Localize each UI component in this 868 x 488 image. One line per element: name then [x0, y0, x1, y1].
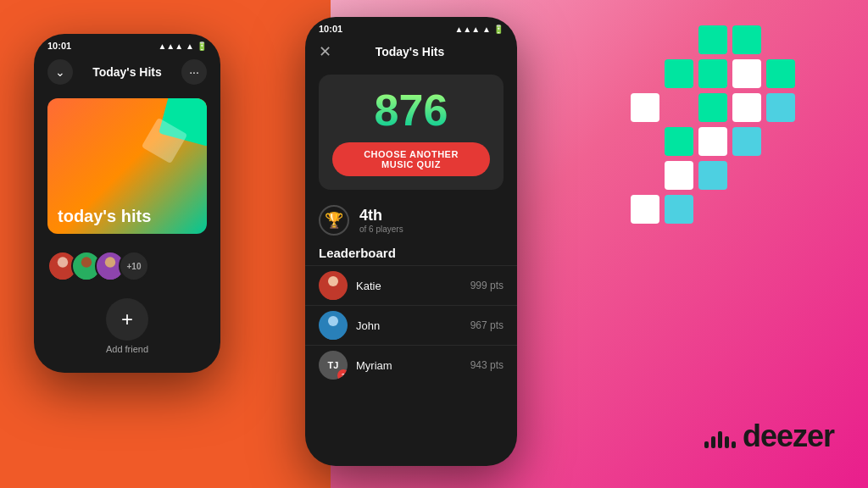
- leader-avatar-3: TJ 3: [319, 351, 348, 380]
- bar-5: [732, 441, 736, 448]
- rank-subtitle: of 6 players: [359, 225, 403, 234]
- rank-info: 4th of 6 players: [359, 207, 403, 234]
- leader-name-3: Myriam: [356, 359, 462, 372]
- avatar-more: +10: [119, 251, 149, 281]
- rank-badge-3: 3: [337, 369, 348, 380]
- deezer-bars-icon: [704, 424, 736, 448]
- bar-3: [718, 431, 722, 448]
- svg-point-2: [81, 257, 92, 267]
- leader-pts-1: 999 pts: [470, 280, 504, 291]
- add-friend-label: Add friend: [106, 344, 148, 354]
- leader-row-1: Katie 999 pts: [305, 265, 517, 305]
- choose-quiz-button[interactable]: CHOOSE ANOTHER MUSIC QUIZ: [332, 142, 490, 176]
- friends-row: +10: [34, 241, 220, 291]
- leader-pts-3: 943 pts: [470, 359, 504, 371]
- time-right: 10:01: [319, 24, 342, 34]
- deezer-logo: deezer: [704, 419, 834, 454]
- pixel-decoration: [631, 25, 800, 229]
- trophy-icon: 🏆: [319, 205, 349, 236]
- score-number: 876: [332, 88, 490, 132]
- leader-name-1: Katie: [356, 280, 462, 292]
- leader-row-2: John 967 pts: [305, 305, 517, 345]
- svg-point-4: [105, 257, 115, 267]
- rank-row: 🏆 4th of 6 players: [305, 198, 517, 242]
- playlist-title: today's hits: [58, 207, 151, 225]
- status-bar-right: 10:01 ▲▲▲ ▲ 🔋: [305, 17, 517, 37]
- deezer-wordmark: deezer: [743, 419, 834, 454]
- add-friend-section: + Add friend: [34, 298, 220, 354]
- signal-icons-left: ▲▲▲ ▲ 🔋: [158, 42, 207, 51]
- leader-row-3: TJ 3 Myriam 943 pts: [305, 345, 517, 385]
- svg-point-6: [328, 276, 338, 286]
- rank-number: 4th: [359, 207, 403, 225]
- svg-point-0: [58, 257, 68, 267]
- phone-left-header: ⌄ Today's Hits ···: [34, 54, 220, 92]
- leader-pts-2: 967 pts: [470, 319, 504, 331]
- svg-point-5: [101, 269, 119, 281]
- more-button[interactable]: ···: [181, 59, 207, 85]
- svg-point-3: [77, 269, 95, 281]
- bar-4: [725, 436, 729, 448]
- leader-avatar-1: [319, 271, 348, 300]
- add-friend-button[interactable]: +: [106, 298, 148, 341]
- status-bar-left: 10:01 ▲▲▲ ▲ 🔋: [34, 34, 220, 54]
- svg-point-1: [53, 269, 71, 281]
- phone-right: 10:01 ▲▲▲ ▲ 🔋 ✕ Today's Hits 876 CHOOSE …: [305, 17, 517, 466]
- phone-left-title: Today's Hits: [92, 65, 162, 79]
- svg-point-7: [324, 289, 342, 300]
- time-left: 10:01: [47, 41, 71, 51]
- playlist-cover: today's hits: [47, 98, 207, 234]
- phone-left: 10:01 ▲▲▲ ▲ 🔋 ⌄ Today's Hits ··· today's…: [34, 34, 220, 373]
- leaderboard-title: Leaderboard: [305, 242, 517, 265]
- bar-2: [711, 436, 715, 448]
- close-button[interactable]: ✕: [319, 42, 331, 61]
- leader-name-2: John: [356, 319, 462, 332]
- score-card: 876 CHOOSE ANOTHER MUSIC QUIZ: [319, 75, 504, 190]
- svg-point-8: [328, 316, 338, 326]
- back-button[interactable]: ⌄: [47, 59, 73, 85]
- right-phone-title: Today's Hits: [376, 45, 445, 58]
- leader-avatar-2: [319, 311, 348, 340]
- bar-1: [704, 441, 709, 448]
- svg-point-9: [324, 329, 342, 340]
- signal-icons-right: ▲▲▲ ▲ 🔋: [454, 25, 504, 34]
- right-phone-header: ✕ Today's Hits: [305, 37, 517, 68]
